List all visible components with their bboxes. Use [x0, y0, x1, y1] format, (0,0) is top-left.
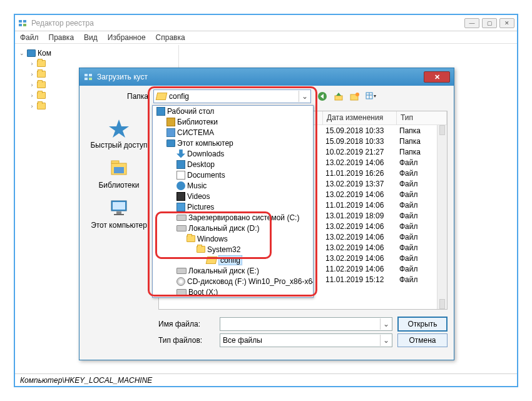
svg-rect-0 — [19, 20, 22, 23]
filetype-label: Тип файлов: — [158, 336, 215, 345]
folder-icon — [37, 60, 46, 67]
col-date[interactable]: Дата изменения — [323, 111, 397, 124]
dropdown-item[interactable]: Windows — [153, 233, 313, 244]
menu-edit[interactable]: Правка — [49, 33, 74, 42]
drive-icon — [176, 289, 187, 295]
minimize-button[interactable]: — — [464, 18, 479, 28]
folder-icon — [37, 92, 46, 99]
dialog-title: Загрузить куст — [97, 73, 424, 81]
place-this-pc[interactable]: Этот компьютер — [84, 198, 153, 230]
dropdown-item[interactable]: System32 — [153, 244, 313, 255]
svg-point-11 — [356, 93, 359, 96]
sys-icon — [166, 128, 175, 137]
places-bar: Быстрый доступ Библиотеки Этот компьютер — [84, 111, 153, 310]
lib-icon — [166, 118, 175, 126]
dropdown-item[interactable]: Локальный диск (D:) — [153, 223, 313, 233]
folder-value: config — [169, 92, 189, 101]
svg-rect-7 — [89, 78, 92, 80]
pic-icon — [176, 203, 185, 211]
cancel-button[interactable]: Отмена — [397, 333, 448, 347]
new-folder-icon[interactable] — [349, 90, 361, 103]
menu-view[interactable]: Вид — [84, 33, 98, 42]
regedit-icon — [18, 18, 28, 28]
filetype-select[interactable]: Все файлы⌄ — [220, 333, 392, 347]
svg-rect-4 — [84, 74, 88, 76]
menu-help[interactable]: Справка — [156, 33, 185, 42]
view-menu-icon[interactable] — [365, 90, 377, 103]
vid-icon — [176, 192, 185, 201]
main-title: Редактор реестра — [31, 19, 464, 28]
svg-rect-18 — [114, 167, 124, 173]
dropdown-item[interactable]: Pictures — [153, 201, 313, 212]
open-button[interactable]: Открыть — [397, 317, 448, 332]
libraries-icon — [108, 158, 130, 178]
dropdown-item[interactable]: Downloads — [153, 148, 313, 159]
dropdown-item[interactable]: СИСТЕМА — [153, 127, 313, 138]
chevron-down-icon[interactable]: ⌄ — [299, 91, 310, 102]
dropdown-item[interactable]: Documents — [153, 170, 313, 180]
dropdown-item[interactable]: sources — [153, 297, 313, 298]
svg-rect-20 — [113, 202, 125, 210]
tree-root[interactable]: Ком — [38, 49, 51, 58]
status-text: Компьютер\HKEY_LOCAL_MACHINE — [20, 376, 152, 385]
col-type[interactable]: Тип — [397, 111, 447, 124]
desk-icon — [176, 160, 185, 169]
place-quick-access[interactable]: Быстрый доступ — [84, 118, 153, 150]
menu-file[interactable]: Файл — [20, 33, 39, 42]
computer-icon — [27, 49, 36, 57]
svg-rect-9 — [335, 96, 342, 100]
close-button[interactable]: ✕ — [499, 18, 514, 28]
up-icon[interactable] — [332, 90, 345, 103]
filename-input[interactable]: ⌄ — [220, 317, 392, 331]
drive-icon — [176, 225, 187, 231]
folder-icon — [37, 81, 46, 88]
dropdown-item[interactable]: config — [153, 255, 313, 265]
dropdown-item[interactable]: Videos — [153, 191, 313, 201]
menu-favorites[interactable]: Избранное — [108, 33, 146, 42]
folder-icon — [37, 71, 46, 78]
place-libraries[interactable]: Библиотеки — [84, 158, 153, 190]
dropdown-item[interactable]: Desktop — [153, 159, 313, 170]
drive-icon — [176, 268, 187, 274]
music-icon — [176, 181, 185, 190]
folder-icon — [187, 235, 195, 242]
dropdown-item[interactable]: Библиотеки — [153, 116, 313, 127]
dropdown-item[interactable]: Music — [153, 180, 313, 191]
dialog-close-button[interactable]: ✕ — [424, 71, 450, 83]
dl-icon — [176, 150, 185, 158]
drive-icon — [176, 215, 187, 221]
svg-rect-6 — [84, 78, 88, 80]
scrollbar[interactable] — [437, 125, 447, 309]
dropdown-item[interactable]: Этот компьютер — [153, 138, 313, 148]
dropdown-item[interactable]: Зарезервировано системой (C:) — [153, 212, 313, 223]
maximize-button[interactable]: ▢ — [482, 18, 497, 28]
filename-label: Имя файла: — [158, 320, 215, 328]
svg-rect-5 — [89, 74, 92, 76]
folder-combo[interactable]: config ⌄ — [153, 89, 311, 103]
dropdown-item[interactable]: Boot (X:) — [153, 287, 313, 297]
svg-rect-17 — [111, 161, 119, 163]
back-icon[interactable] — [316, 90, 329, 103]
quick-access-icon — [108, 118, 130, 138]
dropdown-item[interactable]: CD-дисковод (F:) Win10_Pro_x86-x64_wBM — [153, 276, 313, 287]
folder-icon — [37, 103, 46, 109]
svg-marker-15 — [109, 119, 129, 138]
dropdown-item[interactable]: Рабочий стол — [153, 106, 313, 116]
svg-rect-21 — [116, 211, 121, 214]
cd-icon — [176, 277, 185, 286]
chevron-down-icon[interactable]: ⌄ — [380, 318, 391, 330]
folder-dropdown[interactable]: Рабочий столБиблиотекиСИСТЕМАЭтот компью… — [152, 105, 314, 298]
svg-rect-2 — [19, 24, 22, 26]
menubar: Файл Правка Вид Избранное Справка — [15, 31, 517, 44]
regedit-icon — [83, 72, 93, 82]
chevron-down-icon[interactable]: ⌄ — [380, 335, 391, 346]
doc-icon — [176, 171, 185, 180]
folder-label: Папка — [86, 92, 148, 101]
svg-rect-22 — [114, 214, 124, 215]
dialog-titlebar[interactable]: Загрузить куст ✕ — [79, 68, 454, 86]
main-titlebar: Редактор реестра — ▢ ✕ — [15, 15, 517, 31]
folder-open-icon — [206, 256, 218, 264]
desk-icon — [156, 107, 165, 116]
dropdown-item[interactable]: Локальный диск (E:) — [153, 265, 313, 276]
statusbar: Компьютер\HKEY_LOCAL_MACHINE — [15, 373, 517, 386]
